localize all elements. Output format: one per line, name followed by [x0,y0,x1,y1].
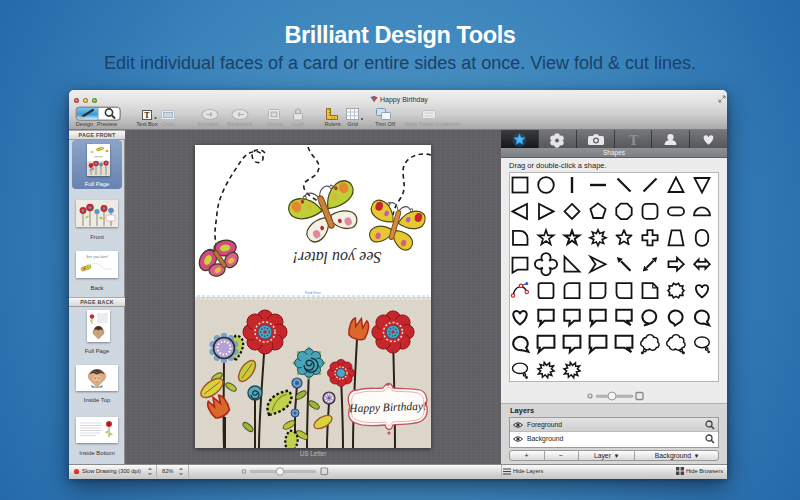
svg-text:See you later!: See you later! [293,248,382,266]
svg-text:T: T [144,111,150,120]
svg-text:T: T [629,132,639,148]
svg-text:See you later!: See you later! [86,255,108,259]
svg-text:Fold Here: Fold Here [305,291,321,295]
